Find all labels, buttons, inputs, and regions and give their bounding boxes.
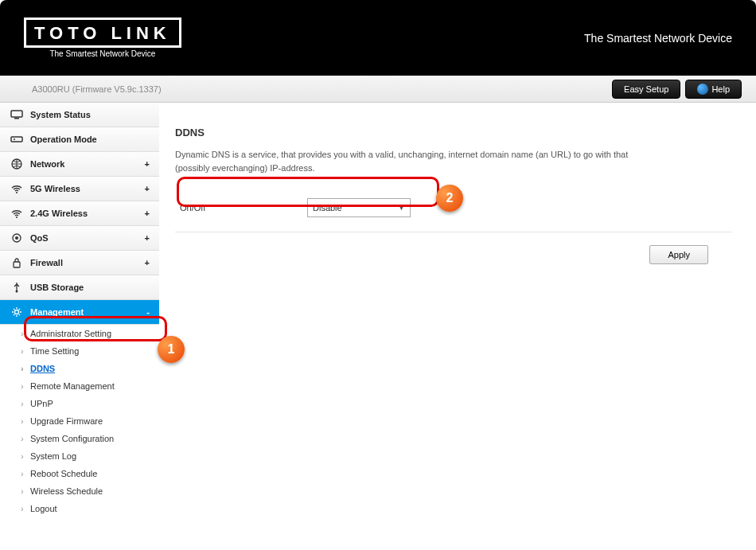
sidebar-item-system-status[interactable]: System Status [0, 103, 159, 127]
sidebar-sub-ddns[interactable]: DDNS [0, 360, 159, 377]
onoff-select[interactable]: Disable ▼ [307, 198, 411, 217]
page-title: DDNS [175, 127, 732, 138]
sidebar-sub-system-configuration[interactable]: System Configuration [0, 430, 159, 447]
usb-icon [10, 282, 24, 293]
help-button[interactable]: Help [685, 80, 742, 99]
sidebar-sub-logout[interactable]: Logout [0, 500, 159, 517]
svg-rect-1 [14, 118, 19, 119]
mode-icon [10, 134, 24, 145]
logo-subtitle: The Smartest Network Device [24, 49, 181, 58]
sidebar-item-label: System Status [30, 110, 91, 119]
sidebar-item-5g-wireless[interactable]: 5G Wireless + [0, 177, 159, 201]
annotation-badge-1: 1 [158, 336, 185, 363]
qos-icon [10, 232, 24, 244]
sidebar-item-label: 5G Wireless [30, 184, 80, 193]
svg-point-5 [16, 192, 18, 193]
lock-icon [10, 257, 24, 268]
sidebar-item-label: USB Storage [30, 283, 84, 292]
sidebar-item-network[interactable]: Network + [0, 152, 159, 177]
svg-point-6 [16, 216, 18, 218]
logo-text: TOTO LINK [34, 23, 171, 44]
apply-button[interactable]: Apply [649, 245, 708, 264]
sidebar-item-qos[interactable]: QoS + [0, 226, 159, 251]
sidebar-item-label: 2.4G Wireless [30, 209, 88, 218]
wifi-icon [10, 183, 24, 194]
expand-icon: + [145, 184, 150, 193]
sidebar-item-label: QoS [30, 233, 49, 243]
sidebar-sub-time-setting[interactable]: Time Setting [0, 342, 159, 360]
sidebar-item-label: Operation Mode [30, 135, 97, 144]
device-info: A3000RU (Firmware V5.9c.1337) [32, 84, 162, 94]
chevron-down-icon: ▼ [398, 204, 405, 212]
easy-setup-button[interactable]: Easy Setup [612, 80, 680, 99]
sidebar-sub-reboot-schedule[interactable]: Reboot Schedule [0, 465, 159, 482]
expand-icon: + [145, 233, 150, 243]
sidebar-item-label: Network [30, 159, 64, 169]
svg-rect-2 [11, 137, 22, 142]
help-icon [697, 84, 708, 95]
sidebar-item-operation-mode[interactable]: Operation Mode [0, 127, 159, 152]
gear-icon [10, 306, 24, 318]
sidebar: System Status Operation Mode Network + 5… [0, 103, 159, 517]
main-content: DDNS Dynamic DNS is a service, that prov… [159, 103, 756, 517]
globe-icon [10, 158, 24, 170]
onoff-label: On/Off [180, 203, 307, 213]
header-bar: TOTO LINK The Smartest Network Device Th… [0, 0, 756, 76]
sidebar-item-label: Management [30, 307, 84, 317]
page-description: Dynamic DNS is a service, that provides … [175, 148, 653, 174]
sidebar-sub-wireless-schedule[interactable]: Wireless Schedule [0, 482, 159, 500]
sidebar-sub-administrator-setting[interactable]: Administrator Setting [0, 325, 159, 342]
annotation-badge-2: 2 [436, 185, 463, 212]
onoff-value: Disable [313, 203, 342, 213]
expand-icon: + [145, 258, 150, 267]
svg-point-11 [15, 310, 19, 314]
sidebar-item-24g-wireless[interactable]: 2.4G Wireless + [0, 201, 159, 226]
collapse-icon: - [146, 307, 150, 317]
sidebar-sub-upgrade-firmware[interactable]: Upgrade Firmware [0, 412, 159, 430]
expand-icon: + [145, 159, 150, 169]
sidebar-item-management[interactable]: Management - [0, 300, 159, 325]
sidebar-item-label: Firewall [30, 258, 63, 267]
logo: TOTO LINK The Smartest Network Device [24, 18, 181, 58]
svg-rect-9 [14, 262, 20, 267]
svg-rect-0 [11, 111, 22, 117]
svg-point-10 [16, 291, 18, 293]
svg-point-3 [14, 138, 15, 140]
info-bar: A3000RU (Firmware V5.9c.1337) Easy Setup… [0, 76, 756, 103]
tagline: The Smartest Network Device [584, 32, 732, 45]
sidebar-sub-remote-management[interactable]: Remote Management [0, 377, 159, 395]
wifi-icon [10, 208, 24, 219]
sidebar-item-usb-storage[interactable]: USB Storage [0, 275, 159, 300]
svg-point-8 [15, 236, 18, 240]
monitor-icon [10, 109, 24, 120]
sidebar-sub-upnp[interactable]: UPnP [0, 395, 159, 412]
sidebar-item-firewall[interactable]: Firewall + [0, 251, 159, 275]
sidebar-sub-system-log[interactable]: System Log [0, 447, 159, 465]
expand-icon: + [145, 209, 150, 218]
help-label: Help [711, 84, 730, 94]
